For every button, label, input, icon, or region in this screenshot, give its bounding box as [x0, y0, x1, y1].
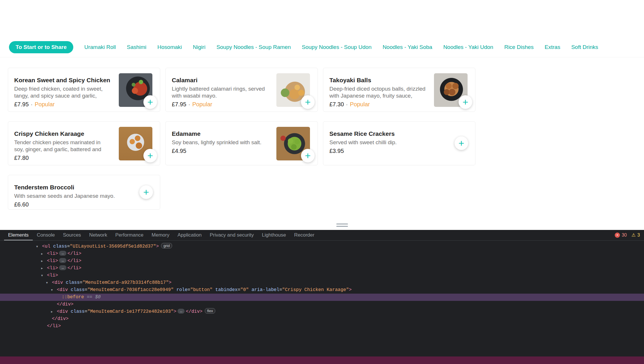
dom-tree-node[interactable]: </div>	[0, 301, 644, 308]
dom-tree-node[interactable]: ▾<div class="MenuItemCard-7036f1acc28e09…	[0, 286, 644, 294]
menu-item-description: Tender chicken pieces marinated in soy, …	[14, 139, 112, 153]
code-token-attr: class	[68, 287, 85, 292]
add-sesame-rice-crackers-button[interactable]: +	[455, 136, 468, 150]
disclosure-open-icon[interactable]: ▾	[36, 243, 42, 250]
collapsed-content-button[interactable]: …	[178, 309, 185, 314]
menu-item-price: £3.95	[329, 148, 344, 154]
category-tab-soupy-noodles-soup-ramen[interactable]: Soupy Noodles - Soup Ramen	[216, 44, 291, 50]
code-token-tag: </li>	[67, 258, 81, 264]
category-tab-extras[interactable]: Extras	[545, 44, 560, 50]
collapsed-content-button[interactable]: …	[59, 251, 66, 256]
devtools-tab-lighthouse[interactable]: Lighthouse	[258, 230, 290, 240]
dom-tree-node[interactable]: ▸<li>…</li>	[0, 265, 644, 272]
code-token-tag: <div	[57, 309, 68, 314]
menu-item-price: £4.95	[172, 148, 186, 154]
dom-tree-node[interactable]: ::before == $0	[0, 294, 644, 301]
dom-tree-node[interactable]: ▸<div class="MenuItemCard-1e17f722e482e1…	[0, 308, 644, 315]
warning-count: 3	[637, 233, 640, 238]
disclosure-open-icon[interactable]: ▾	[51, 286, 57, 294]
code-token-tag: <ul	[42, 244, 50, 249]
add-calamari-button[interactable]: +	[301, 95, 315, 109]
menu-item-card-takoyaki-balls[interactable]: Takoyaki BallsDeep-fried diced octopus b…	[323, 68, 475, 112]
code-token-tag: </li>	[47, 323, 61, 329]
category-tab-to-start-or-to-share[interactable]: To Start or to Share	[9, 41, 73, 53]
add-tenderstem-broccoli-button[interactable]: +	[139, 185, 153, 199]
dom-tree-node[interactable]: </li>	[0, 323, 644, 330]
code-token-eq: =	[187, 287, 190, 292]
devtools-tab-network[interactable]: Network	[85, 230, 111, 240]
code-token-tag: </div>	[186, 309, 202, 314]
category-tab-noodles-yaki-udon[interactable]: Noodles - Yaki Udon	[443, 44, 493, 50]
code-token-val: "0"	[240, 287, 249, 292]
devtools-tab-application[interactable]: Application	[174, 230, 206, 240]
code-token-tag: </div>	[52, 316, 69, 321]
menu-item-description: Deep-fried diced octopus balls, drizzled…	[329, 85, 427, 99]
category-tab-uramaki-roll[interactable]: Uramaki Roll	[84, 44, 116, 50]
disclosure-closed-icon[interactable]: ▸	[41, 257, 47, 265]
add-crispy-chicken-karaage-button[interactable]: +	[143, 149, 157, 162]
flex-badge[interactable]: flex	[205, 308, 215, 314]
menu-item-price: £7.80	[14, 155, 29, 161]
console-warnings-button[interactable]: ⚠ 3	[632, 233, 640, 238]
code-token-tag: </li>	[67, 266, 81, 271]
dom-tree-node[interactable]: </div>	[0, 315, 644, 323]
add-takoyaki-balls-button[interactable]: +	[459, 95, 472, 109]
dom-tree-node[interactable]: ▸<li>…</li>	[0, 250, 644, 257]
code-token-attr: role	[174, 287, 187, 292]
category-tab-nigiri[interactable]: Nigiri	[193, 44, 205, 50]
code-token-val: "MenuItemCard-1e17f722e482e103"	[87, 309, 174, 314]
dom-tree-node[interactable]: ▸<li>…</li>	[0, 257, 644, 265]
disclosure-open-icon[interactable]: ▾	[41, 272, 47, 279]
menu-item-card-tenderstem-broccoli[interactable]: Tenderstem BroccoliWith sesame seeds and…	[8, 175, 160, 210]
category-tab-soft-drinks[interactable]: Soft Drinks	[571, 44, 598, 50]
code-token-pseudo: ::before	[62, 295, 84, 300]
devtools-tab-elements[interactable]: Elements	[4, 230, 33, 240]
devtools-panel: ElementsConsoleSourcesNetworkPerformance…	[0, 230, 644, 356]
devtools-tab-sources[interactable]: Sources	[59, 230, 85, 240]
devtools-tab-performance[interactable]: Performance	[111, 230, 147, 240]
disclosure-open-icon[interactable]: ▾	[46, 279, 52, 286]
category-tab-soupy-noodles-soup-udon[interactable]: Soupy Noodles - Soup Udon	[302, 44, 372, 50]
code-token-attr: class	[50, 244, 67, 249]
dom-tree-node[interactable]: ▾<div class="MenuItemCard-a927b3314fc88b…	[0, 279, 644, 286]
code-token-eq: =	[85, 287, 87, 292]
devtools-tab-console[interactable]: Console	[33, 230, 59, 240]
menu-item-price-row: £3.95	[329, 147, 469, 154]
grid-badge[interactable]: grid	[161, 243, 172, 248]
devtools-tab-recorder[interactable]: Recorder	[290, 230, 318, 240]
code-token-tag: <li>	[47, 266, 58, 271]
console-errors-button[interactable]: × 30	[615, 233, 627, 238]
disclosure-closed-icon[interactable]: ▸	[51, 308, 57, 315]
code-token-tag: <li>	[47, 273, 58, 278]
code-token-tag: >	[174, 309, 176, 314]
menu-item-card-sesame-rice-crackers[interactable]: Sesame Rice CrackersServed with sweet ch…	[323, 121, 475, 165]
menu-item-card-korean-sweet-and-spicy-chicken[interactable]: Korean Sweet and Spicy ChickenDeep fried…	[8, 68, 160, 112]
menu-item-description: Lightly battered calamari rings, served …	[172, 85, 269, 99]
category-tab-hosomaki[interactable]: Hosomaki	[157, 44, 182, 50]
code-token-attr: class	[63, 280, 80, 285]
menu-item-card-calamari[interactable]: CalamariLightly battered calamari rings,…	[165, 68, 318, 112]
devtools-resize-handle[interactable]	[336, 222, 348, 228]
popular-badge: Popular	[35, 101, 55, 107]
menu-item-card-edamame[interactable]: EdamameSoy beans, lightly sprinkled with…	[165, 121, 318, 165]
disclosure-closed-icon[interactable]: ▸	[41, 265, 47, 272]
menu-item-price: £7.95	[172, 101, 186, 107]
menu-item-description: Served with sweet chilli dip.	[329, 139, 469, 146]
collapsed-content-button[interactable]: …	[59, 265, 66, 270]
dom-tree-node[interactable]: ▾<ul class="UILayoutList-35695df5e1d82d3…	[0, 243, 644, 250]
menu-item-price-row: £6.60	[14, 201, 154, 208]
add-korean-sweet-and-spicy-chicken-button[interactable]: +	[143, 95, 157, 109]
category-tab-noodles-yaki-soba[interactable]: Noodles - Yaki Soba	[383, 44, 432, 50]
category-tab-rice-dishes[interactable]: Rice Dishes	[504, 44, 534, 50]
disclosure-closed-icon[interactable]: ▸	[41, 250, 47, 257]
dom-tree-node[interactable]: ▾<li>	[0, 272, 644, 279]
menu-item-card-crispy-chicken-karaage[interactable]: Crispy Chicken KaraageTender chicken pie…	[8, 121, 160, 165]
category-tab-sashimi[interactable]: Sashimi	[127, 44, 147, 50]
code-token-tag: <div	[52, 280, 63, 285]
devtools-tab-privacy-and-security[interactable]: Privacy and security	[206, 230, 258, 240]
add-edamame-button[interactable]: +	[301, 149, 315, 162]
collapsed-content-button[interactable]: …	[59, 258, 66, 263]
devtools-tab-memory[interactable]: Memory	[147, 230, 173, 240]
code-token-eq: =	[80, 280, 83, 285]
popular-badge: Popular	[192, 101, 212, 107]
